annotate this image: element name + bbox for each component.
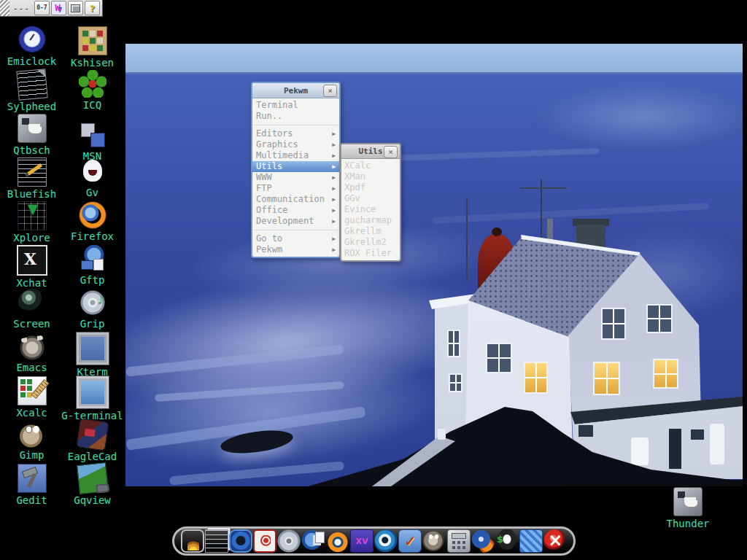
gimp-wilber-icon	[18, 420, 46, 448]
pager-button[interactable]: 0-7	[34, 1, 50, 15]
desktop-icon-screen[interactable]: Screen	[1, 289, 62, 332]
panel-window-label[interactable]: ---	[9, 4, 34, 13]
menu-item-label: FTP	[256, 183, 332, 194]
tux-money-icon	[495, 529, 519, 553]
desktop-icon-eaglecad[interactable]: EagleCad	[62, 420, 123, 464]
menu-item-multimedia[interactable]: Multimedia▶	[252, 150, 339, 161]
submenu-item-evince[interactable]: Evince	[341, 204, 400, 215]
dock-item-shell-terminal[interactable]	[181, 529, 204, 553]
calculator-icon	[447, 529, 471, 553]
desktop-icon-label: Emiclock	[7, 56, 56, 66]
help-window-button[interactable]: ?	[85, 1, 100, 15]
menu-item-label: Graphics	[256, 139, 332, 150]
mahjong-tiles-icon	[78, 26, 107, 55]
desktop-icon-icq[interactable]: ICQ	[62, 70, 123, 114]
desktop-icon-gftp[interactable]: Gftp	[62, 245, 123, 289]
desktop-icon-emiclock[interactable]: Emiclock	[1, 26, 62, 70]
coffee-cup-icon	[18, 114, 47, 143]
w7-window-button[interactable]: W7	[51, 1, 66, 15]
submenu-item-xpdf[interactable]: Xpdf	[341, 182, 400, 193]
dock-item-media-player[interactable]	[229, 529, 252, 553]
desktop-icon-gqview[interactable]: Gqview	[62, 464, 123, 508]
submenu-arrow-icon: ▶	[332, 161, 336, 172]
submenu-arrow-icon: ▶	[332, 194, 336, 205]
desktop-icon-firefox[interactable]: Firefox	[62, 201, 123, 245]
blue-cube-icon	[519, 529, 543, 553]
menu-item-terminal[interactable]: Terminal	[252, 100, 339, 111]
dock-item-cd-disc[interactable]	[277, 529, 301, 553]
desktop-icon-xchat[interactable]: Xchat	[1, 245, 62, 289]
pekwm-menu-title: Pekwm	[284, 86, 308, 96]
desktop-icon-g-terminal[interactable]: G-terminal	[62, 376, 123, 420]
dock-item-blender[interactable]	[326, 529, 349, 553]
pekwm-menu: Pekwm × TerminalRun..Editors▶Graphics▶Mu…	[251, 82, 341, 258]
cd-disc-icon	[277, 529, 301, 553]
submenu-item-xman[interactable]: XMan	[341, 171, 400, 182]
menu-item-utils[interactable]: Utils▶	[252, 161, 339, 172]
dock-item-network-globe[interactable]	[302, 529, 325, 553]
menu-item-run[interactable]: Run..	[252, 111, 339, 122]
dock-item-xv-viewer[interactable]	[350, 529, 374, 553]
desktop-icon-label: Gqview	[74, 495, 111, 505]
menu-item-go-to[interactable]: Go to▶	[252, 233, 339, 244]
desktop-icon-emacs[interactable]: Emacs	[1, 332, 62, 376]
submenu-item-ggv[interactable]: GGv	[341, 193, 400, 204]
close-icon[interactable]: ×	[323, 85, 337, 97]
desktop-icon-grip[interactable]: Grip	[62, 289, 123, 332]
menu-item-editors[interactable]: Editors▶	[252, 128, 339, 139]
xchat-icon	[17, 245, 47, 276]
w7-window-button-glyph2: 7	[58, 7, 62, 14]
dock-item-pdf-reader[interactable]	[253, 529, 276, 553]
utils-submenu-titlebar[interactable]: Utils ×	[341, 144, 400, 159]
desktop-icon-label: Grip	[80, 319, 105, 329]
box-window-button[interactable]	[68, 1, 83, 15]
pekwm-menu-titlebar[interactable]: Pekwm ×	[252, 83, 339, 98]
desktop-icon-xplore[interactable]: Xplore	[1, 201, 62, 245]
menu-item-development[interactable]: Development▶	[252, 216, 339, 227]
desktop-icon-label: Gimp	[20, 450, 44, 460]
shell-terminal-icon	[181, 529, 204, 553]
menu-item-graphics[interactable]: Graphics▶	[252, 139, 339, 150]
gimp-icon	[422, 529, 446, 553]
taskbar-buttons: 0-7W7?	[34, 1, 101, 15]
dock-item-web-browser-flame[interactable]	[471, 529, 495, 553]
dock-item-eye-media[interactable]	[374, 529, 398, 553]
desktop-icon-thunder[interactable]: Thunder	[667, 487, 709, 529]
dock-item-gimp[interactable]	[422, 529, 446, 553]
desktop-icon-gimp[interactable]: Gimp	[1, 420, 62, 464]
dock-bar[interactable]	[172, 526, 576, 556]
menu-item-communication[interactable]: Communication▶	[252, 194, 339, 205]
desktop-icon-kshisen[interactable]: Kshisen	[62, 26, 123, 70]
menu-item-label: Run..	[256, 111, 336, 122]
submenu-item-gucharmap[interactable]: gucharmap	[341, 215, 400, 226]
dock-item-blue-cube[interactable]	[519, 529, 543, 553]
submenu-item-rox-filer[interactable]: ROX Filer	[341, 248, 400, 259]
desktop-icon-xcalc[interactable]: Xcalc	[1, 376, 62, 420]
dock-item-text-documents[interactable]	[205, 529, 228, 553]
submenu-item-gkrellm[interactable]: Gkrellm	[341, 226, 400, 237]
desktop-icon-bluefish[interactable]: Bluefish	[1, 158, 62, 201]
close-icon[interactable]: ×	[384, 146, 398, 158]
dock-item-quit-cross[interactable]	[543, 529, 567, 553]
flag-pole	[466, 198, 468, 281]
menu-item-pekwm[interactable]: Pekwm▶	[252, 244, 339, 255]
submenu-arrow-icon: ▶	[332, 183, 336, 194]
dock-item-tux-money[interactable]	[495, 529, 519, 553]
desktop-icon-gedit[interactable]: Gedit	[1, 464, 62, 508]
desktop-icon-kterm[interactable]: Kterm	[62, 332, 123, 376]
submenu-item-gkrellm2[interactable]: Gkrellm2	[341, 237, 400, 248]
menu-item-label: Editors	[256, 128, 332, 139]
panel-grip-handle[interactable]	[0, 0, 9, 16]
menu-item-ftp[interactable]: FTP▶	[252, 183, 339, 194]
menu-item-office[interactable]: Office▶	[252, 205, 339, 216]
submenu-item-xcalc[interactable]: XCalc	[341, 160, 400, 171]
menu-item-label: Go to	[256, 233, 332, 244]
kterm-monitor-icon	[77, 332, 109, 365]
desktop-icon-sylpheed[interactable]: Sylpheed	[1, 70, 62, 114]
dock-item-calculator[interactable]	[447, 529, 471, 553]
dock-item-checkmark-box[interactable]	[398, 529, 422, 553]
desktop-icon-qtbsch[interactable]: Qtbsch	[1, 114, 62, 158]
menu-item-www[interactable]: WWW▶	[252, 172, 339, 183]
desktop-icon-label: Xchat	[16, 278, 47, 288]
desktop-icon-label: Qtbsch	[13, 145, 50, 155]
